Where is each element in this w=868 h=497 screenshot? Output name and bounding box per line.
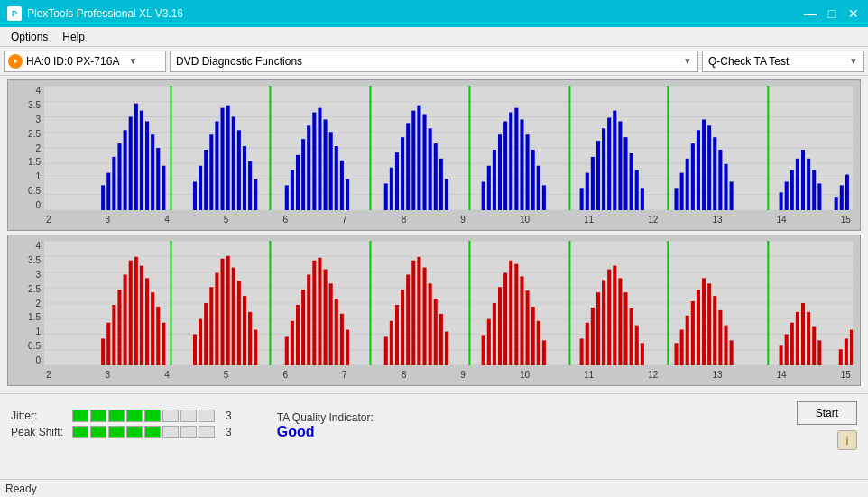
svg-rect-76 [591, 157, 595, 210]
svg-rect-185 [586, 323, 589, 365]
svg-rect-139 [232, 268, 235, 365]
svg-rect-19 [156, 148, 160, 210]
close-button[interactable]: ✕ [846, 6, 861, 21]
svg-rect-133 [199, 319, 202, 365]
svg-rect-50 [395, 152, 399, 210]
svg-rect-147 [296, 305, 300, 365]
svg-rect-46 [346, 179, 349, 211]
jitter-seg-1 [72, 410, 88, 422]
svg-rect-35 [285, 185, 289, 210]
svg-rect-172 [487, 319, 491, 365]
svg-rect-216 [817, 340, 821, 365]
menu-help[interactable]: Help [55, 29, 92, 45]
svg-rect-48 [384, 183, 388, 210]
svg-rect-17 [145, 121, 149, 210]
svg-rect-132 [193, 335, 197, 366]
svg-rect-182 [542, 340, 546, 365]
ps-seg-3 [108, 426, 125, 438]
svg-rect-120 [106, 323, 110, 365]
svg-rect-212 [796, 312, 799, 365]
menu-options[interactable]: Options [4, 29, 55, 45]
jitter-value: 3 [226, 410, 232, 422]
svg-rect-27 [220, 108, 224, 210]
svg-rect-93 [707, 125, 711, 210]
svg-rect-68 [520, 119, 523, 210]
jitter-seg-8 [199, 410, 215, 422]
svg-rect-173 [493, 303, 496, 365]
function-selector[interactable]: DVD Diagnostic Functions ▼ [170, 51, 698, 72]
svg-rect-103 [801, 150, 805, 210]
svg-rect-205 [718, 310, 722, 365]
svg-rect-85 [641, 188, 644, 210]
svg-rect-191 [618, 278, 622, 365]
svg-rect-174 [498, 287, 502, 365]
svg-rect-204 [713, 296, 716, 365]
svg-rect-71 [537, 166, 540, 210]
svg-rect-175 [503, 272, 507, 365]
svg-rect-10 [106, 173, 110, 210]
ps-seg-8 [199, 426, 215, 438]
svg-rect-199 [686, 316, 689, 365]
svg-rect-11 [112, 157, 115, 210]
svg-rect-15 [134, 104, 138, 210]
svg-rect-200 [691, 301, 695, 365]
bottom-chart-x-axis: 2 3 4 5 6 7 8 9 10 11 12 13 14 15 [44, 365, 853, 383]
svg-rect-161 [401, 290, 404, 365]
svg-rect-65 [503, 121, 507, 210]
svg-rect-55 [422, 115, 426, 210]
svg-rect-201 [697, 290, 700, 365]
svg-rect-84 [635, 170, 639, 210]
status-text: Ready [5, 483, 37, 495]
bottom-chart-svg [44, 241, 853, 365]
svg-rect-186 [591, 308, 595, 365]
svg-rect-124 [129, 261, 133, 365]
svg-rect-152 [324, 270, 328, 365]
svg-rect-146 [291, 321, 294, 365]
svg-rect-37 [296, 155, 300, 210]
window-controls: — □ ✕ [803, 6, 861, 21]
svg-rect-184 [580, 338, 584, 365]
svg-rect-36 [291, 170, 294, 210]
svg-rect-134 [204, 303, 208, 365]
info-button[interactable]: i [837, 430, 857, 450]
svg-rect-99 [780, 192, 783, 210]
drive-selector[interactable]: ● HA:0 ID:0 PX-716A ▼ [4, 51, 166, 72]
svg-rect-169 [445, 332, 448, 365]
svg-rect-217 [839, 349, 843, 365]
svg-rect-13 [124, 130, 127, 210]
svg-rect-105 [812, 170, 816, 210]
svg-rect-128 [151, 292, 154, 365]
maximize-button[interactable]: □ [825, 6, 839, 21]
svg-rect-64 [498, 134, 502, 210]
svg-rect-63 [493, 150, 496, 210]
svg-rect-202 [702, 278, 706, 365]
svg-rect-165 [422, 268, 426, 365]
svg-rect-138 [226, 256, 230, 365]
start-button[interactable]: Start [797, 401, 857, 425]
ps-seg-7 [180, 426, 197, 438]
svg-rect-203 [707, 283, 711, 365]
top-chart-x-axis: 2 3 4 5 6 7 8 9 10 11 12 13 14 15 [44, 210, 853, 228]
svg-rect-20 [162, 166, 165, 210]
svg-rect-70 [531, 150, 535, 210]
app-icon: P [7, 6, 22, 21]
svg-rect-194 [635, 326, 639, 365]
svg-rect-29 [232, 117, 235, 211]
svg-rect-193 [630, 308, 633, 365]
peakshift-label: Peak Shift: [11, 426, 65, 438]
test-selector[interactable]: Q-Check TA Test ▼ [702, 51, 864, 72]
svg-rect-137 [220, 259, 224, 365]
svg-rect-108 [840, 185, 844, 210]
svg-rect-195 [641, 343, 644, 365]
bottom-chart-y-axis: 4 3.5 3 2.5 2 1.5 1 0.5 0 [8, 241, 44, 365]
svg-rect-90 [691, 143, 695, 210]
svg-rect-119 [101, 338, 105, 365]
minimize-button[interactable]: — [803, 6, 817, 21]
top-chart-svg [44, 86, 853, 210]
bottom-panel: Jitter: 3 Peak Shift: [0, 393, 868, 457]
svg-rect-197 [674, 343, 678, 365]
svg-rect-209 [780, 345, 783, 365]
svg-rect-91 [697, 130, 700, 210]
svg-rect-171 [482, 335, 485, 365]
main-content: 4 3.5 3 2.5 2 1.5 1 0.5 0 [0, 76, 868, 393]
